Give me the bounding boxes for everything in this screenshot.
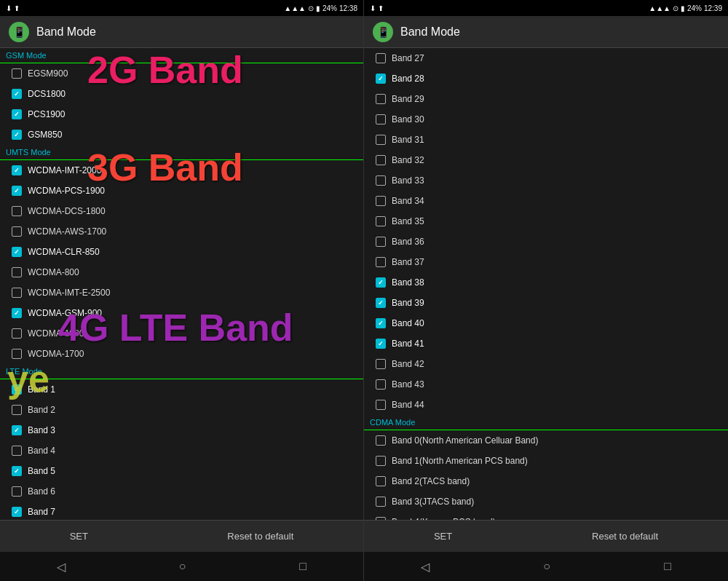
list-item[interactable]: Band 31 [364,130,728,150]
list-item[interactable]: WCDMA-IMT-2000 [0,160,363,181]
checkbox-band40[interactable] [376,318,386,328]
checkbox-band32[interactable] [376,155,386,165]
list-item[interactable]: Band 36 [364,232,728,252]
checkbox-band43[interactable] [376,379,386,390]
list-item[interactable]: Band 32 [364,150,728,170]
checkbox-band37[interactable] [376,257,386,267]
checkbox-wcdma-gsm900[interactable] [12,308,22,318]
list-item[interactable]: Band 40 [364,313,728,333]
checkbox-cdma-band2[interactable] [376,476,386,486]
left-reset-button[interactable]: Reset to default [213,525,308,548]
list-item[interactable]: Band 39 [364,293,728,313]
checkbox-dcs1800[interactable] [12,89,22,99]
list-item[interactable]: Band 30 [364,109,728,130]
list-item[interactable]: Band 2 [0,400,363,420]
list-item[interactable]: Band 33 [364,170,728,191]
checkbox-wcdma-imt-e2500[interactable] [12,288,22,298]
checkbox-band5[interactable] [12,466,22,476]
checkbox-band2[interactable] [12,405,22,415]
list-item[interactable]: Band 0(North American Celluar Band) [364,430,728,451]
checkbox-band44[interactable] [376,400,386,410]
list-item[interactable]: EGSM900 [0,63,363,84]
checkbox-band4[interactable] [12,446,22,456]
home-icon[interactable]: ○ [179,560,186,573]
list-item[interactable]: WCDMA-PCS-1900 [0,181,363,201]
checkbox-band7[interactable] [12,507,22,517]
list-item[interactable]: Band 41 [364,333,728,354]
checkbox-egsm900[interactable] [12,68,22,79]
list-item[interactable]: WCDMA-GSM-900 [0,303,363,323]
list-item[interactable]: WCDMA-1700 [0,344,363,364]
list-item[interactable]: WCDMA-CLR-850 [0,242,363,262]
list-item[interactable]: Band 1 [0,379,363,400]
checkbox-band35[interactable] [376,216,386,226]
checkbox-band33[interactable] [376,175,386,186]
back-icon[interactable]: ◁ [57,560,66,574]
list-item[interactable]: Band 44 [364,395,728,415]
right-home-icon[interactable]: ○ [543,560,550,573]
list-item[interactable]: WCDMA-AWS-1700 [0,221,363,242]
list-item[interactable]: GSM850 [0,125,363,145]
list-item[interactable]: Band 42 [364,354,728,374]
checkbox-wcdma-1700[interactable] [12,349,22,359]
list-item[interactable]: Band 2(TACS band) [364,471,728,491]
item-label-dcs1800: DCS1800 [28,89,66,99]
checkbox-wcdma-1800[interactable] [12,328,22,339]
checkbox-wcdma-dcs1800[interactable] [12,206,22,216]
list-item[interactable]: Band 29 [364,89,728,109]
checkbox-wcdma-clr850[interactable] [12,247,22,257]
checkbox-band39[interactable] [376,298,386,308]
list-item[interactable]: Band 3(JTACS band) [364,491,728,512]
recents-icon[interactable]: □ [299,560,306,573]
checkbox-band1[interactable] [12,384,22,395]
right-reset-button[interactable]: Reset to default [577,525,673,548]
checkbox-band27[interactable] [376,53,386,63]
checkbox-band30[interactable] [376,114,386,125]
right-set-button[interactable]: SET [419,525,467,548]
checkbox-cdma-band0[interactable] [376,435,386,446]
left-set-button[interactable]: SET [55,525,103,548]
list-item[interactable]: Band 34 [364,191,728,211]
list-item[interactable]: Band 4(Korean PCS band) [364,512,728,520]
right-scroll-area[interactable]: Band 27 Band 28 Band 29 Band 30 Band 31 … [364,48,728,520]
list-item[interactable]: Band 28 [364,68,728,89]
list-item[interactable]: WCDMA-DCS-1800 [0,201,363,221]
checkbox-band29[interactable] [376,94,386,104]
checkbox-band41[interactable] [376,339,386,349]
right-back-icon[interactable]: ◁ [421,560,430,574]
checkbox-band36[interactable] [376,237,386,247]
checkbox-band31[interactable] [376,135,386,145]
list-item[interactable]: Band 27 [364,48,728,68]
checkbox-pcs1900[interactable] [12,109,22,119]
checkbox-wcdma-800[interactable] [12,267,22,277]
list-item[interactable]: WCDMA-800 [0,262,363,282]
list-item[interactable]: PCS1900 [0,104,363,125]
list-item[interactable]: Band 4 [0,440,363,461]
checkbox-cdma-band1[interactable] [376,456,386,466]
checkbox-band6[interactable] [12,486,22,497]
checkbox-gsm850[interactable] [12,130,22,140]
list-item[interactable]: Band 3 [0,420,363,440]
list-item[interactable]: Band 43 [364,374,728,395]
list-item[interactable]: Band 38 [364,272,728,293]
list-item[interactable]: Band 7 [0,502,363,520]
checkbox-wcdma-imt2000[interactable] [12,165,22,175]
checkbox-band38[interactable] [376,277,386,288]
checkbox-band3[interactable] [12,425,22,435]
list-item[interactable]: WCDMA-IMT-E-2500 [0,282,363,303]
right-recents-icon[interactable]: □ [664,560,671,573]
list-item[interactable]: Band 37 [364,252,728,272]
checkbox-band28[interactable] [376,74,386,84]
checkbox-wcdma-pcs1900[interactable] [12,186,22,196]
list-item[interactable]: Band 1(North American PCS band) [364,451,728,471]
checkbox-band34[interactable] [376,196,386,206]
list-item[interactable]: DCS1800 [0,84,363,104]
checkbox-band42[interactable] [376,359,386,369]
list-item[interactable]: Band 35 [364,211,728,232]
checkbox-wcdma-aws1700[interactable] [12,226,22,237]
list-item[interactable]: WCDMA-1800 [0,323,363,344]
list-item[interactable]: Band 6 [0,481,363,502]
list-item[interactable]: Band 5 [0,461,363,481]
left-scroll-area[interactable]: GSM Mode EGSM900 DCS1800 PCS1900 GSM850 … [0,48,363,520]
checkbox-cdma-band3[interactable] [376,497,386,507]
